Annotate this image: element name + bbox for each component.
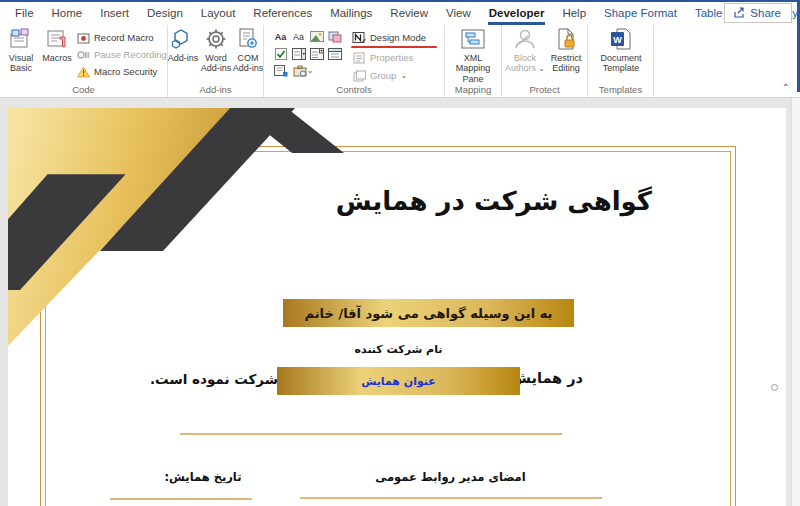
tab-mailings[interactable]: Mailings [321,3,381,24]
date-label: تاریخ همایش: [153,470,253,484]
tab-view[interactable]: View [437,3,480,24]
design-mode-icon [352,31,366,44]
repeating-section-control-icon [274,65,288,77]
signature-line [300,497,602,499]
word-addins-icon [198,28,234,52]
participant-name-field[interactable]: نام شرکت کننده [277,343,520,356]
pause-recording-button: Pause Recording [76,48,167,61]
design-mode-label: Design Mode [370,32,426,43]
group-label-templates: Templates [588,84,653,95]
restrict-editing-icon [546,28,586,52]
tab-file[interactable]: File [6,3,43,24]
com-addins-icon [230,28,266,52]
certify-line-text: به این وسیله گواهی می شود آقا/ خانم [305,306,553,321]
document-template-icon: W [595,28,647,52]
legacy-tools-chevron-icon: ⌄ [307,66,314,75]
group-protect: Block Authors ⌄ Restrict Editing Protect [502,25,588,97]
com-addins-label: COM Add-ins [233,53,264,73]
window-accent-line [0,0,800,2]
combo-box-control-button[interactable] [290,46,307,61]
date-picker-control-icon [328,48,342,60]
visual-basic-icon [2,28,40,52]
group-controls: Aa Aa ⌄ [264,25,445,97]
properties-button: Properties [352,51,413,64]
properties-label: Properties [370,52,413,63]
tab-shape-format[interactable]: Shape Format [595,3,686,24]
combo-box-control-icon [292,48,306,60]
xml-mapping-pane-icon [449,28,497,52]
group-code: Visual Basic Macros Record Macro Pause R… [0,25,168,97]
group-templates: W Document Template Templates [588,25,654,97]
rich-text-control-button[interactable]: Aa [272,29,289,44]
document-page[interactable]: گواهی شرکت در همایش به این وسیله گواهی م… [8,108,786,506]
block-authors-chevron-icon: ⌄ [536,64,545,73]
signature-label: امضای مدیر روابط عمومی [338,470,563,484]
building-block-gallery-icon [328,31,342,43]
group-label-protect: Protect [502,84,587,95]
group-addins: Add-ins Word Add-ins COM Add-ins Add-ins [168,25,264,97]
group-chevron-icon: ⌄ [400,71,407,80]
dropdown-list-control-icon [310,48,324,60]
group-label-text: Group [370,70,396,81]
pause-recording-label: Pause Recording [94,49,167,60]
share-icon [733,7,745,19]
group-label-code: Code [0,84,167,95]
macros-label: Macros [42,53,72,63]
date-line [110,498,252,500]
share-button[interactable]: Share [724,3,792,23]
restrict-editing-button[interactable]: Restrict Editing [546,28,586,74]
macros-button[interactable]: Macros [38,28,76,63]
tab-review[interactable]: Review [381,3,437,24]
divider-line [180,433,562,435]
xml-mapping-pane-button[interactable]: XML Mapping Pane [449,28,497,84]
plain-text-control-button[interactable]: Aa [290,29,307,44]
group-mapping: XML Mapping Pane Mapping [445,25,502,97]
certify-line-highlight[interactable]: به این وسیله گواهی می شود آقا/ خانم [283,299,574,327]
tab-design[interactable]: Design [138,3,192,24]
addins-icon [166,28,200,52]
checkbox-control-button[interactable] [272,46,289,61]
tab-home[interactable]: Home [43,3,92,24]
dropdown-list-control-button[interactable] [308,46,325,61]
ribbon-tab-bar: File Home Insert Design Layout Reference… [0,2,800,25]
tab-references[interactable]: References [244,3,321,24]
design-mode-button[interactable]: Design Mode [352,31,426,44]
word-addins-button[interactable]: Word Add-ins [198,28,234,74]
collapse-ribbon-icon[interactable]: ⌃ [782,82,790,93]
share-label: Share [750,7,781,19]
pause-recording-icon [76,48,90,61]
legacy-tools-button[interactable]: ⌄ [290,63,316,78]
svg-text:W: W [613,35,622,45]
group-label-mapping: Mapping [445,84,501,95]
record-macro-button[interactable]: Record Macro [76,31,154,44]
macro-security-button[interactable]: Macro Security [76,65,157,78]
vertical-scrollbar[interactable] [791,98,800,506]
properties-icon [352,51,366,64]
group-label-addins: Add-ins [168,84,263,95]
conference-title-field[interactable]: عنوان همایش [277,367,520,395]
repeating-section-control-button[interactable] [272,63,289,78]
addins-button[interactable]: Add-ins [166,28,200,63]
group-label-controls: Controls [264,84,444,95]
tab-layout[interactable]: Layout [192,3,245,24]
date-picker-control-button[interactable] [326,46,343,61]
picture-control-button[interactable] [308,29,325,44]
record-macro-icon [76,31,90,44]
group-button: Group ⌄ [352,69,407,82]
picture-control-icon [310,31,324,42]
group-icon [352,69,366,82]
addins-label: Add-ins [168,53,199,63]
macro-security-icon [76,65,90,78]
design-mode-annotation-underline [351,46,437,48]
tab-developer[interactable]: Developer [480,3,554,24]
document-template-button[interactable]: W Document Template [595,28,647,74]
word-addins-label: Word Add-ins [201,53,232,73]
visual-basic-button[interactable]: Visual Basic [2,28,40,74]
building-block-gallery-button[interactable] [326,29,343,44]
object-anchor-icon [771,384,778,391]
document-canvas[interactable]: گواهی شرکت در همایش به این وسیله گواهی م… [0,98,800,506]
com-addins-button[interactable]: COM Add-ins [230,28,266,74]
visual-basic-label: Visual Basic [9,53,33,73]
tab-insert[interactable]: Insert [91,3,138,24]
tab-help[interactable]: Help [553,3,595,24]
